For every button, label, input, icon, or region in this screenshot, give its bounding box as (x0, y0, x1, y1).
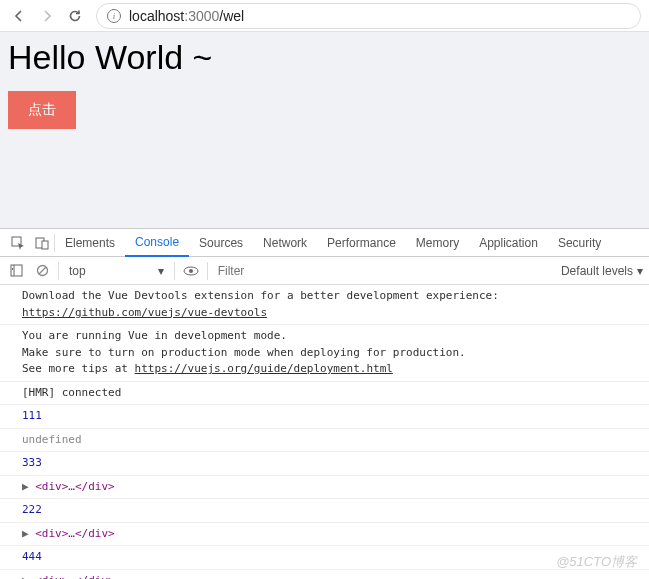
tab-application[interactable]: Application (469, 229, 548, 257)
chevron-down-icon: ▾ (158, 264, 164, 278)
log-entry: 444 (0, 546, 649, 570)
devtools-tabs: ElementsConsoleSourcesNetworkPerformance… (0, 229, 649, 257)
svg-rect-2 (42, 241, 48, 249)
browser-toolbar: i localhost:3000/wel (0, 0, 649, 32)
inspect-icon[interactable] (6, 236, 30, 250)
device-icon[interactable] (30, 236, 54, 250)
tab-sources[interactable]: Sources (189, 229, 253, 257)
separator (58, 262, 59, 280)
log-entry: undefined (0, 429, 649, 453)
console-toolbar: top ▾ Default levels ▾ (0, 257, 649, 285)
filter-input[interactable] (214, 262, 555, 280)
tab-elements[interactable]: Elements (55, 229, 125, 257)
log-entry: ▶ <div>…</div> (0, 570, 649, 580)
site-info-icon[interactable]: i (107, 9, 121, 23)
devtools-panel: ElementsConsoleSourcesNetworkPerformance… (0, 228, 649, 579)
svg-point-6 (189, 269, 193, 273)
log-entry: Download the Vue Devtools extension for … (0, 285, 649, 325)
tab-console[interactable]: Console (125, 229, 189, 257)
back-button[interactable] (8, 5, 30, 27)
address-bar[interactable]: i localhost:3000/wel (96, 3, 641, 29)
separator (207, 262, 208, 280)
log-entry: 333 (0, 452, 649, 476)
tab-network[interactable]: Network (253, 229, 317, 257)
context-selector[interactable]: top ▾ (65, 264, 168, 278)
separator (174, 262, 175, 280)
tab-security[interactable]: Security (548, 229, 611, 257)
console-log-area: Download the Vue Devtools extension for … (0, 285, 649, 579)
click-button[interactable]: 点击 (8, 91, 76, 129)
page-heading: Hello World ~ (8, 38, 641, 77)
log-entry: 111 (0, 405, 649, 429)
chevron-down-icon: ▾ (637, 264, 643, 278)
live-expression-icon[interactable] (181, 265, 201, 277)
watermark: @51CTO博客 (556, 553, 637, 571)
clear-console-icon[interactable] (32, 264, 52, 277)
reload-button[interactable] (64, 5, 86, 27)
console-sidebar-icon[interactable] (6, 264, 26, 277)
log-entry: You are running Vue in development mode.… (0, 325, 649, 382)
log-entry: ▶ <div>…</div> (0, 523, 649, 547)
log-entry: ▶ <div>…</div> (0, 476, 649, 500)
log-entry: 222 (0, 499, 649, 523)
url-text: localhost:3000/wel (129, 8, 244, 24)
log-levels-selector[interactable]: Default levels ▾ (561, 264, 643, 278)
log-entry: [HMR] connected (0, 382, 649, 406)
tab-memory[interactable]: Memory (406, 229, 469, 257)
svg-rect-3 (11, 265, 22, 276)
tab-performance[interactable]: Performance (317, 229, 406, 257)
forward-button[interactable] (36, 5, 58, 27)
page-content: Hello World ~ 点击 (0, 32, 649, 228)
